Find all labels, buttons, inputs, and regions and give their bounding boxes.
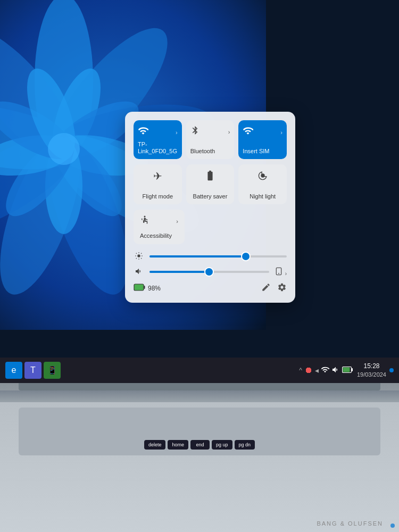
volume-slider[interactable] (149, 271, 269, 273)
tray-volume-icon[interactable] (331, 365, 340, 376)
night-light-tile[interactable]: Night light (238, 164, 287, 204)
clock-date: 19/03/2024 (357, 371, 386, 379)
tray-battery-icon[interactable] (342, 367, 354, 375)
settings-icon[interactable] (277, 282, 287, 294)
key-end[interactable]: end (190, 440, 210, 450)
tray-wifi-icon[interactable] (321, 365, 329, 376)
quick-settings-action-icons (261, 282, 287, 294)
battery-percent: 98% (148, 285, 161, 292)
edit-icon[interactable] (261, 282, 271, 294)
keyboard-row: delete home end pg up pg dn (144, 440, 255, 450)
flight-mode-label: Flight mode (143, 193, 173, 200)
volume-device-icon[interactable]: › (275, 267, 287, 277)
night-light-icon (257, 170, 269, 184)
brightness-slider[interactable] (149, 255, 287, 257)
battery-icon (134, 284, 145, 293)
cellular-tile[interactable]: › Insert SIM (238, 120, 287, 159)
system-clock[interactable]: 15:28 19/03/2024 (357, 362, 386, 379)
svg-rect-26 (144, 286, 145, 289)
signal-icon (243, 126, 253, 139)
quick-settings-row-1: › TP-Link_0FD0_5G › Bluetooth (134, 120, 287, 159)
bluetooth-icon (190, 126, 200, 138)
taskbar-tray: ^ ⏺ ◂ (299, 362, 394, 379)
wifi-label: TP-Link_0FD0_5G (138, 141, 178, 155)
cellular-label: Insert SIM (243, 148, 269, 155)
wifi-icon (138, 126, 148, 139)
quick-settings-row-2: ✈ Flight mode Battery saver (134, 164, 287, 204)
taskbar-app-edge[interactable]: e (5, 362, 22, 379)
key-pgdn[interactable]: pg dn (235, 440, 255, 450)
svg-point-19 (48, 133, 80, 165)
svg-point-24 (278, 273, 279, 274)
brightness-icon (134, 252, 144, 262)
system-tray-icons: ^ ⏺ ◂ (299, 365, 354, 376)
svg-point-22 (137, 254, 140, 257)
tray-chevron-icon[interactable]: ^ (299, 367, 302, 374)
laptop-hinge (0, 390, 399, 402)
brightness-slider-row (134, 252, 287, 262)
svg-rect-29 (352, 368, 353, 371)
accessibility-icon (140, 215, 149, 227)
accessibility-tile[interactable]: › Accessibility (134, 210, 185, 244)
key-pgup[interactable]: pg up (212, 440, 232, 450)
volume-icon (134, 267, 144, 277)
accessibility-label: Accessibility (140, 232, 172, 239)
taskbar-apps: e T 📱 (5, 362, 61, 379)
screen-edge (19, 383, 380, 390)
wifi-tile[interactable]: › TP-Link_0FD0_5G (134, 120, 182, 159)
plane-icon: ✈ (153, 170, 162, 182)
tray-record-icon[interactable]: ⏺ (304, 365, 313, 375)
tray-location-icon[interactable]: ◂ (315, 366, 319, 375)
laptop-body: delete home end pg up pg dn (0, 383, 399, 532)
key-delete[interactable]: delete (144, 440, 166, 450)
battery-saver-tile[interactable]: Battery saver (186, 164, 235, 204)
quick-settings-row-3: › Accessibility (134, 210, 287, 244)
svg-rect-27 (135, 285, 142, 290)
bluetooth-tile[interactable]: › Bluetooth (186, 120, 235, 159)
quick-settings-panel: › TP-Link_0FD0_5G › Bluetooth (125, 112, 295, 303)
notification-dot[interactable] (389, 368, 394, 372)
brand-label: BANG & OLUFSEN (317, 520, 383, 527)
wifi-chevron: › (176, 129, 178, 136)
taskbar-app-phone[interactable]: 📱 (44, 362, 61, 379)
accessibility-chevron: › (176, 218, 178, 225)
svg-rect-30 (343, 367, 350, 372)
bluetooth-label: Bluetooth (190, 148, 215, 155)
battery-saver-label: Battery saver (193, 193, 228, 200)
logo-dot (390, 523, 395, 528)
keyboard-area: delete home end pg up pg dn (19, 408, 380, 455)
desktop: › TP-Link_0FD0_5G › Bluetooth (0, 0, 399, 383)
battery-status: 98% (134, 284, 161, 293)
volume-slider-row: › (134, 267, 287, 277)
flight-mode-tile[interactable]: ✈ Flight mode (134, 164, 182, 204)
cellular-chevron: › (280, 129, 282, 136)
clock-time: 15:28 (357, 362, 386, 371)
taskbar: e T 📱 ^ ⏺ ◂ (0, 358, 399, 383)
bluetooth-chevron: › (228, 129, 230, 135)
taskbar-app-teams[interactable]: T (24, 362, 41, 379)
night-light-label: Night light (250, 193, 276, 200)
svg-point-21 (144, 216, 146, 218)
laptop-palm-rest: delete home end pg up pg dn (0, 402, 399, 532)
key-home[interactable]: home (168, 440, 188, 450)
battery-saver-icon (204, 170, 216, 184)
quick-settings-bottom: 98% (134, 282, 287, 294)
